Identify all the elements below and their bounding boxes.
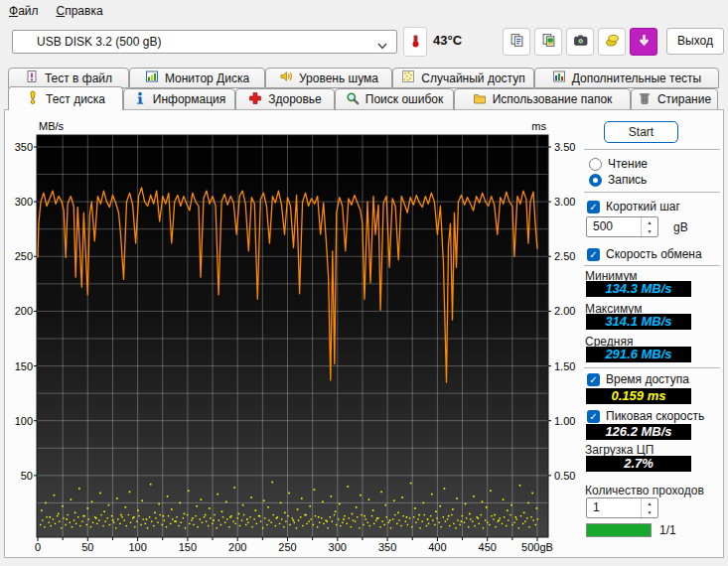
copy-text-icon [510, 33, 524, 51]
svg-text:ms: ms [531, 120, 546, 132]
svg-text:100: 100 [15, 415, 33, 427]
menu-item-file[interactable]: Файл [0, 1, 48, 21]
radio-selected-icon [589, 174, 602, 187]
divider [584, 192, 720, 193]
error-scan-icon [346, 91, 360, 108]
pass-count-label: Количество проходов [585, 484, 704, 497]
device-combo-value: USB DISK 3.2 (500 gB) [13, 35, 161, 49]
temperature-value: 43°C [433, 33, 462, 48]
minimum-value: 134.3 MB/s [586, 281, 691, 297]
short-step-checkbox[interactable]: ✓ Короткий шаг [587, 200, 680, 213]
checkbox-checked-icon: ✓ [587, 410, 600, 423]
pass-progress-label: 1/1 [659, 523, 676, 537]
temperature-button[interactable] [403, 27, 427, 57]
tab-health[interactable]: Здоровье [235, 88, 335, 110]
start-button[interactable]: Start [604, 121, 678, 143]
menu-bar: ФайлСправка [0, 0, 728, 22]
copy-image-icon [541, 33, 556, 51]
tab-label: Случайный доступ [421, 71, 524, 85]
tab-label: Тест в файл [45, 71, 112, 85]
tab-erase[interactable]: Стирание [631, 88, 718, 110]
svg-text:300: 300 [329, 541, 347, 553]
spin-up-icon[interactable]: ▲ [642, 498, 657, 508]
svg-text:2.00: 2.00 [554, 305, 575, 317]
download-button[interactable] [630, 28, 657, 56]
tab-extra-tests[interactable]: Дополнительные тесты [534, 68, 719, 88]
tab-disk-monitor[interactable]: Монитор Диска [129, 68, 265, 88]
spinner-arrows[interactable]: ▲▼ [641, 217, 657, 236]
test-size-spinner[interactable]: 500 ▲▼ [586, 216, 658, 237]
svg-text:400: 400 [428, 541, 446, 553]
tab-label: Поиск ошибок [365, 92, 443, 106]
coins-button[interactable] [598, 28, 626, 56]
menu-item-help[interactable]: Справка [48, 1, 112, 21]
radio-unselected-icon [589, 158, 602, 171]
access-time-checkbox[interactable]: ✓ Время доступа [587, 372, 689, 386]
svg-text:MB/s: MB/s [39, 120, 65, 132]
tab-label: Тест диска [46, 92, 105, 106]
health-icon [248, 91, 262, 108]
disk-test-tab-content: MB/sms350300250200150100503.503.002.502.… [4, 109, 724, 558]
access-time-label: Время доступа [606, 372, 689, 386]
folder-usage-icon [473, 91, 487, 108]
erase-icon [638, 91, 652, 108]
svg-text:250: 250 [278, 541, 296, 553]
screenshot-button[interactable] [566, 28, 594, 56]
chevron-down-icon [377, 39, 387, 53]
spin-down-icon[interactable]: ▼ [642, 227, 657, 237]
file-test-icon [25, 70, 39, 86]
transfer-speed-label: Скорость обмена [606, 247, 702, 261]
device-combo[interactable]: USB DISK 3.2 (500 gB) [12, 30, 397, 54]
svg-text:3.00: 3.00 [554, 196, 575, 208]
svg-text:350: 350 [15, 141, 33, 153]
tab-label: Уровень шума [299, 71, 378, 85]
extra-tests-icon [552, 70, 566, 86]
tab-folder-usage[interactable]: Использование папок [454, 88, 631, 110]
test-size-value: 500 [587, 217, 641, 236]
read-mode-label: Чтение [608, 157, 648, 171]
svg-text:3.50: 3.50 [554, 141, 575, 153]
coins-icon [605, 33, 620, 51]
access-time-value: 0.159 ms [586, 388, 691, 404]
cpu-load-value: 2.7% [586, 456, 691, 472]
test-size-unit: gB [673, 220, 688, 234]
divider [584, 265, 720, 266]
checkbox-checked-icon: ✓ [587, 248, 600, 261]
pass-count-spinner[interactable]: 1 ▲▼ [586, 497, 658, 518]
peak-speed-label: Пиковая скорость [606, 409, 704, 423]
svg-text:250: 250 [15, 250, 33, 262]
exit-button[interactable]: Выход [666, 28, 724, 55]
svg-text:500gB: 500gB [521, 541, 553, 553]
copy-image-button[interactable] [534, 28, 562, 56]
tab-file-test[interactable]: Тест в файл [8, 68, 129, 88]
svg-text:450: 450 [479, 541, 497, 553]
write-mode-radio[interactable]: Запись [589, 173, 647, 187]
svg-text:350: 350 [378, 541, 396, 553]
checkbox-checked-icon: ✓ [587, 201, 600, 213]
download-arrow-icon [637, 33, 652, 51]
tab-error-scan[interactable]: Поиск ошибок [335, 88, 454, 110]
transfer-speed-checkbox[interactable]: ✓ Скорость обмена [587, 247, 702, 261]
camera-icon [573, 33, 588, 51]
pass-count-value: 1 [587, 498, 641, 517]
pass-progress-bar [586, 523, 652, 537]
spin-down-icon[interactable]: ▼ [642, 508, 657, 518]
svg-text:200: 200 [228, 541, 246, 553]
tab-random-access[interactable]: Случайный доступ [392, 68, 534, 88]
tab-disk-test[interactable]: Тест диска [8, 86, 123, 110]
cpu-load-label: Загрузка ЦП [585, 443, 654, 457]
spinner-arrows[interactable]: ▲▼ [641, 498, 657, 517]
svg-text:2.50: 2.50 [554, 250, 575, 262]
disk-test-icon [26, 90, 40, 107]
peak-speed-checkbox[interactable]: ✓ Пиковая скорость [587, 409, 704, 423]
tab-label: Монитор Диска [165, 71, 249, 85]
tab-noise-level[interactable]: Уровень шума [265, 68, 392, 88]
svg-text:300: 300 [15, 196, 33, 208]
tab-info[interactable]: Информация [123, 88, 235, 110]
write-mode-label: Запись [608, 173, 647, 187]
peak-speed-value: 126.2 MB/s [586, 424, 691, 440]
tab-label: Здоровье [268, 92, 322, 106]
spin-up-icon[interactable]: ▲ [642, 217, 657, 227]
read-mode-radio[interactable]: Чтение [589, 157, 648, 171]
copy-report-button[interactable] [503, 28, 530, 56]
